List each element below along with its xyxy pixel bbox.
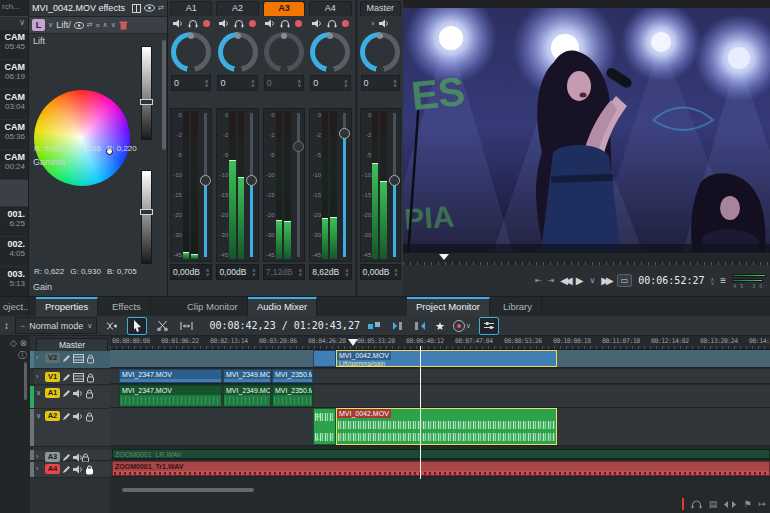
rewind-button[interactable]: ◀◀ (560, 276, 569, 286)
monitor-playhead[interactable] (439, 254, 449, 265)
lock-icon[interactable] (86, 354, 95, 366)
clip-mvi-2349-mov[interactable]: MVI_2349.MOV (223, 385, 271, 407)
play-button[interactable]: ▶ (576, 276, 584, 286)
track-header-a2[interactable]: ∨ A2 (30, 409, 110, 447)
timecode-spinner[interactable]: ∧∨ (710, 277, 714, 285)
eye-icon[interactable] (74, 22, 84, 29)
track-lane-a4[interactable]: ZOOM0001_Tr1.WAV (110, 461, 770, 477)
volume-spinbox[interactable]: 0,00dB ∧∨ (170, 264, 212, 280)
mixer-channel-tab[interactable]: A1 (170, 1, 212, 16)
monitor-timecode[interactable]: 00:06:52:27 (638, 275, 704, 286)
play-options-chevron-icon[interactable]: ∨ (589, 276, 595, 286)
timeline-timecode[interactable]: 00:08:42,23 / 01:20:43,27 (209, 320, 360, 331)
swap-icon[interactable]: ⇄ (158, 4, 164, 12)
mixer-channel-icons[interactable] (307, 16, 353, 30)
track-expand-icon[interactable]: ∨ (36, 411, 43, 421)
clip-fragment[interactable]: RL (313, 408, 336, 445)
track-header-v1[interactable]: › V1 (30, 370, 110, 385)
track-name-badge[interactable]: A4 (45, 464, 60, 474)
track-header-a1[interactable]: ∨ A1 (30, 386, 110, 409)
swap-icon[interactable]: ⇄ (87, 21, 93, 29)
balance-knob[interactable] (360, 32, 400, 72)
volume-fader[interactable] (389, 111, 398, 259)
clip-zoom0001-tr1-wav[interactable]: ZOOM0001_Tr1.WAV (112, 461, 770, 476)
move-down-icon[interactable]: ∨ (111, 21, 116, 29)
edit-mode-dropdown[interactable]: − Normal mode ∨ (15, 317, 97, 334)
flag-icon[interactable]: ⚑ (743, 499, 751, 509)
volume-fader[interactable] (200, 111, 210, 259)
timeline-ruler[interactable]: 00:00:00:0000:01:06:2200:02:13:1400:03:2… (110, 336, 770, 349)
razor-tool[interactable] (153, 318, 171, 334)
tab-properties[interactable]: Properties (36, 297, 98, 316)
bin-item[interactable]: CAM03:04 (0, 90, 28, 120)
tab-library[interactable]: Library (494, 297, 542, 316)
record-arm-icon[interactable] (342, 20, 349, 27)
clip-fragment[interactable] (313, 350, 336, 367)
timeline-horizontal-scrollbar[interactable] (122, 488, 254, 492)
balance-knob[interactable] (310, 32, 350, 72)
pencil-icon[interactable] (62, 412, 71, 423)
tab-project-monitor[interactable]: Project Monitor (407, 297, 490, 316)
lift-luma-slider[interactable] (141, 46, 152, 140)
forward-button[interactable]: ▶▶ (601, 276, 610, 286)
mixer-channel-tab[interactable]: Master (360, 1, 401, 16)
tab-clip-monitor[interactable]: Clip Monitor (178, 297, 248, 316)
tab-effects[interactable]: Effects (103, 297, 151, 316)
track-expand-icon[interactable]: › (36, 353, 43, 363)
monitor-seek-ruler[interactable] (403, 252, 770, 266)
favorite-effects-button[interactable]: ★ (435, 321, 445, 331)
pencil-icon[interactable] (62, 354, 71, 365)
menu-icon[interactable]: ≡ (96, 22, 100, 29)
lock-icon[interactable] (85, 465, 94, 477)
volume-fader[interactable] (246, 111, 256, 259)
columns-icon[interactable] (132, 4, 141, 13)
bin-item[interactable]: 003.5:13 (0, 267, 28, 297)
track-target-indicator[interactable] (30, 351, 34, 368)
balance-spinbox[interactable]: 0 ∧∨ (310, 75, 350, 91)
headphones-icon[interactable] (691, 500, 702, 509)
trash-icon[interactable] (119, 20, 128, 30)
record-arm-icon[interactable] (249, 20, 256, 27)
record-button[interactable]: ∨ (451, 318, 473, 334)
track-expand-icon[interactable]: › (36, 464, 43, 474)
gamma-luma-slider[interactable] (141, 170, 152, 264)
bin-item[interactable]: CAM06:19 (0, 60, 28, 90)
track-lane-a3[interactable]: ZOOM0001_LR.WAV (110, 449, 770, 460)
eye-icon[interactable] (144, 4, 155, 12)
clip-mvi-2350-mo[interactable]: MVI_2350.MO (272, 369, 313, 383)
bin-search-input[interactable]: rch... (0, 0, 28, 17)
balance-spinbox[interactable]: 0 ∧∨ (171, 75, 211, 91)
track-expand-icon[interactable]: › (36, 372, 43, 382)
clip-mvi-2347-mov[interactable]: MVI_2347.MOV (119, 385, 222, 407)
master-track-button[interactable]: Master (36, 338, 108, 352)
timeline-playhead[interactable] (420, 346, 421, 479)
volume-spinbox[interactable]: 0,00dB ∧∨ (216, 264, 258, 280)
mixer-channel-icons[interactable] (214, 16, 260, 30)
volume-spinbox[interactable]: 8,62dB ∧∨ (309, 264, 351, 280)
snap-icon[interactable]: ↦ (758, 499, 766, 509)
record-arm-icon[interactable] (295, 20, 302, 27)
fit-zoom-icon[interactable] (724, 500, 736, 509)
bin-selected-row[interactable] (0, 180, 28, 207)
pencil-icon[interactable] (62, 389, 71, 400)
lock-icon[interactable] (86, 373, 95, 385)
bin-item[interactable]: CAM05:45 (0, 30, 28, 60)
insert-zone-icon[interactable] (389, 318, 406, 334)
extract-zone-icon[interactable] (412, 318, 429, 334)
record-arm-icon[interactable] (203, 20, 210, 27)
mixer-channel-tab[interactable]: A4 (309, 1, 351, 16)
mix-audio-icon[interactable] (366, 318, 383, 334)
volume-spinbox[interactable]: 0,00dB ∧∨ (360, 264, 401, 280)
tab-audio-mixer[interactable]: Audio Mixer (248, 297, 317, 316)
bin-item[interactable]: CAM05:36 (0, 120, 28, 150)
track-header-a4[interactable]: › A4 (30, 462, 110, 478)
track-height-icon[interactable]: ↕ (4, 321, 9, 331)
mixer-channel-icons[interactable] (168, 16, 214, 30)
speaker-icon[interactable] (73, 412, 83, 423)
bin-item[interactable]: 002.4:05 (0, 237, 28, 267)
move-up-icon[interactable]: ∧ (103, 21, 108, 29)
bin-item[interactable]: CAM00:24 (0, 150, 28, 180)
track-expand-icon[interactable]: ∨ (36, 388, 43, 398)
track-lane-a1[interactable]: MVI_2347.MOVMVI_2349.MOVMVI_2350.MO (110, 385, 770, 408)
track-header-v2[interactable]: › V2 (30, 351, 110, 369)
